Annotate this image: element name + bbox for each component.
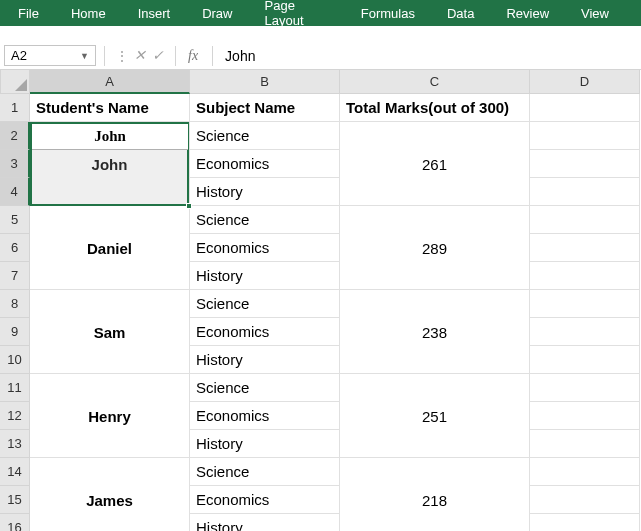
ribbon-tab-home[interactable]: Home xyxy=(71,6,106,21)
cell-B1[interactable]: Subject Name xyxy=(190,94,340,122)
row-header-7[interactable]: 7 xyxy=(0,262,30,290)
cell-C15[interactable]: 218 xyxy=(340,486,530,514)
cell-B8[interactable]: Science xyxy=(190,290,340,318)
cell-D4[interactable] xyxy=(530,178,640,206)
col-header-B[interactable]: B xyxy=(190,70,340,94)
cell-D15[interactable] xyxy=(530,486,640,514)
cell-D3[interactable] xyxy=(530,150,640,178)
cell-D9[interactable] xyxy=(530,318,640,346)
cell-D14[interactable] xyxy=(530,458,640,486)
cell-D16[interactable] xyxy=(530,514,640,531)
chevron-down-icon[interactable]: ▼ xyxy=(80,51,89,61)
col-header-C[interactable]: C xyxy=(340,70,530,94)
cell-C5[interactable] xyxy=(340,206,530,234)
cell-C11[interactable] xyxy=(340,374,530,402)
cell-D1[interactable] xyxy=(530,94,640,122)
row-header-15[interactable]: 15 xyxy=(0,486,30,514)
cell-A15[interactable]: James xyxy=(30,486,190,514)
cell-C1[interactable]: Total Marks(out of 300) xyxy=(340,94,530,122)
cell-B11[interactable]: Science xyxy=(190,374,340,402)
cell-A10[interactable] xyxy=(30,346,190,374)
cell-C13[interactable] xyxy=(340,430,530,458)
cell-D10[interactable] xyxy=(530,346,640,374)
row-header-1[interactable]: 1 xyxy=(0,94,30,122)
cell-C7[interactable] xyxy=(340,262,530,290)
cell-B12[interactable]: Economics xyxy=(190,402,340,430)
ribbon-tab-insert[interactable]: Insert xyxy=(138,6,171,21)
cell-B16[interactable]: History xyxy=(190,514,340,531)
cell-A14[interactable] xyxy=(30,458,190,486)
select-all-corner[interactable] xyxy=(0,70,30,94)
ribbon-tab-draw[interactable]: Draw xyxy=(202,6,232,21)
row-header-6[interactable]: 6 xyxy=(0,234,30,262)
row-header-11[interactable]: 11 xyxy=(0,374,30,402)
row-header-10[interactable]: 10 xyxy=(0,346,30,374)
worksheet[interactable]: A B C D 1 Student's Name Subject Name To… xyxy=(0,70,641,531)
cell-A13[interactable] xyxy=(30,430,190,458)
row-header-2[interactable]: 2 xyxy=(0,122,30,150)
cell-B6[interactable]: Economics xyxy=(190,234,340,262)
row-header-4[interactable]: 4 xyxy=(0,178,30,206)
cancel-icon[interactable]: ✕ xyxy=(131,47,149,64)
cell-A6[interactable]: Daniel xyxy=(30,234,190,262)
cell-A11[interactable] xyxy=(30,374,190,402)
cell-A2[interactable] xyxy=(30,122,190,150)
cell-C14[interactable] xyxy=(340,458,530,486)
cell-A8[interactable] xyxy=(30,290,190,318)
cell-A3[interactable]: John xyxy=(30,150,190,178)
cell-A1[interactable]: Student's Name xyxy=(30,94,190,122)
row-header-3[interactable]: 3 xyxy=(0,150,30,178)
row-header-16[interactable]: 16 xyxy=(0,514,30,531)
cell-B13[interactable]: History xyxy=(190,430,340,458)
cell-B2[interactable]: Science xyxy=(190,122,340,150)
accept-icon[interactable]: ✓ xyxy=(149,47,167,64)
col-header-A[interactable]: A xyxy=(30,70,190,94)
row-header-9[interactable]: 9 xyxy=(0,318,30,346)
ribbon-tab-page-layout[interactable]: Page Layout xyxy=(265,0,329,28)
name-box[interactable]: A2 ▼ xyxy=(4,45,96,66)
col-header-D[interactable]: D xyxy=(530,70,640,94)
cell-B15[interactable]: Economics xyxy=(190,486,340,514)
fill-handle[interactable] xyxy=(186,203,192,209)
cell-D13[interactable] xyxy=(530,430,640,458)
cell-A16[interactable] xyxy=(30,514,190,531)
cell-A5[interactable] xyxy=(30,206,190,234)
cell-C6[interactable]: 289 xyxy=(340,234,530,262)
cell-C16[interactable] xyxy=(340,514,530,531)
cell-D7[interactable] xyxy=(530,262,640,290)
cell-B10[interactable]: History xyxy=(190,346,340,374)
cell-C2[interactable] xyxy=(340,122,530,150)
cell-B14[interactable]: Science xyxy=(190,458,340,486)
ribbon-tab-file[interactable]: File xyxy=(18,6,39,21)
cell-D8[interactable] xyxy=(530,290,640,318)
cell-A7[interactable] xyxy=(30,262,190,290)
ribbon-tab-formulas[interactable]: Formulas xyxy=(361,6,415,21)
row-header-12[interactable]: 12 xyxy=(0,402,30,430)
cell-D6[interactable] xyxy=(530,234,640,262)
ribbon-tab-review[interactable]: Review xyxy=(506,6,549,21)
row-header-8[interactable]: 8 xyxy=(0,290,30,318)
cell-C12[interactable]: 251 xyxy=(340,402,530,430)
cell-C8[interactable] xyxy=(340,290,530,318)
cell-B3[interactable]: Economics xyxy=(190,150,340,178)
row-header-5[interactable]: 5 xyxy=(0,206,30,234)
cell-C9[interactable]: 238 xyxy=(340,318,530,346)
cell-A12[interactable]: Henry xyxy=(30,402,190,430)
cell-C4[interactable] xyxy=(340,178,530,206)
cell-B4[interactable]: History xyxy=(190,178,340,206)
cell-C3[interactable]: 261 xyxy=(340,150,530,178)
formula-input[interactable] xyxy=(221,46,641,66)
more-icon[interactable]: ⋮ xyxy=(113,48,131,64)
row-header-13[interactable]: 13 xyxy=(0,430,30,458)
cell-B7[interactable]: History xyxy=(190,262,340,290)
cell-B9[interactable]: Economics xyxy=(190,318,340,346)
row-header-14[interactable]: 14 xyxy=(0,458,30,486)
cell-C10[interactable] xyxy=(340,346,530,374)
cell-B5[interactable]: Science xyxy=(190,206,340,234)
ribbon-tab-data[interactable]: Data xyxy=(447,6,474,21)
cell-A4[interactable] xyxy=(30,178,190,206)
cell-A9[interactable]: Sam xyxy=(30,318,190,346)
cell-D11[interactable] xyxy=(530,374,640,402)
cell-D5[interactable] xyxy=(530,206,640,234)
ribbon-tab-view[interactable]: View xyxy=(581,6,609,21)
